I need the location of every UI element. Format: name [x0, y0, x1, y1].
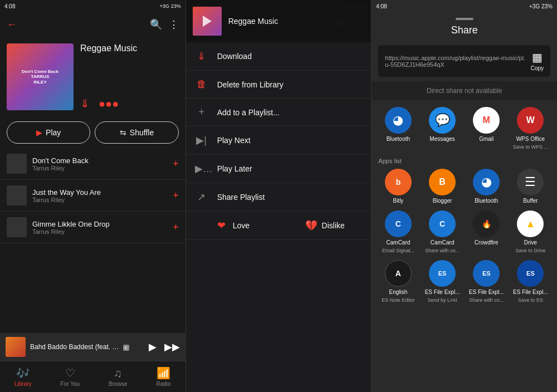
share-title: Share [451, 24, 478, 36]
download-icon-1[interactable]: ⇓ [80, 97, 90, 110]
apps-list-row3: A English ES Note Editor ES ES File Expl… [372, 257, 557, 306]
back-button-1[interactable]: ← [7, 19, 17, 31]
context-header: Reggae Music [186, 0, 372, 42]
share-app-bitly[interactable]: b Bitly [378, 169, 418, 204]
track-add-1[interactable]: + [173, 158, 179, 170]
play-next-icon: ▶| [195, 134, 208, 146]
shuffle-icon-1: ⇆ [120, 128, 126, 137]
share-app-es3[interactable]: ES ES File Expl... Save to ES [511, 260, 550, 303]
camcard1-icon: C [385, 210, 412, 237]
browse-label: Browse [109, 381, 127, 387]
shuffle-button-1[interactable]: ⇆ Shuffle [95, 121, 178, 144]
es1-label: ES File Expl... [425, 289, 460, 295]
share-app-drive[interactable]: ▲ Drive Save to Drive [511, 210, 550, 253]
camcard1-label: CamCard [387, 239, 411, 246]
share-app-crowdfire[interactable]: 🔥 Crowdfire [467, 210, 506, 253]
play-label-1: Play [46, 128, 61, 137]
status-bar-1: 4:08 +3G 23% [0, 0, 185, 12]
play-next-label: Play Next [217, 136, 251, 145]
menu-add-playlist[interactable]: + Add to a Playlist... [186, 99, 372, 126]
track-item-2[interactable]: Just the Way You Are Tarrus Riley + [0, 180, 185, 212]
share-app-bluetooth-list[interactable]: ◕ Bluetooth [467, 169, 506, 204]
track-artist-3: Tarrus Riley [32, 228, 173, 235]
apps-list-label: Apps list [372, 154, 557, 165]
player-thumb-1 [6, 337, 26, 357]
gmail-label: Gmail [479, 136, 494, 142]
menu-play-next[interactable]: ▶| Play Next [186, 126, 372, 155]
context-art [193, 7, 222, 36]
love-icon: ❤ [215, 219, 228, 232]
bluetooth-list-label: Bluetooth [475, 198, 498, 204]
menu-play-later[interactable]: ▶… Play Later [186, 155, 372, 183]
track-artist-1: Tarrus Riley [32, 165, 173, 171]
camcard2-sublabel: Share with co... [425, 248, 460, 253]
track-item-3[interactable]: Gimme Likkle One Drop Tarrus Riley + [0, 212, 185, 243]
direct-share-notice: Direct share not available [372, 81, 557, 100]
bluetooth-top-label: Bluetooth [387, 136, 410, 142]
nav-browse[interactable]: ♫ Browse [109, 367, 127, 387]
panel-main: 4:08 +3G 23% ← 🔍 ⋮ Don't Come BackTARRUS… [0, 0, 186, 392]
apps-list-row1: b Bitly B Blogger ◕ Bluetooth ☰ Buffer [372, 165, 557, 207]
es1-sublabel: Send by LAN [428, 297, 457, 303]
menu-download[interactable]: ⇓ Download [186, 42, 372, 71]
status-time: 4:08 [4, 3, 15, 9]
album-art-text: Don't Come BackTARRUSRILEY [22, 69, 58, 85]
camcard2-icon: C [429, 210, 456, 237]
add-playlist-label: Add to a Playlist... [217, 108, 280, 117]
bitly-icon: b [385, 169, 412, 195]
love-btn[interactable]: ❤ Love [186, 212, 278, 239]
share-app-camcard2[interactable]: C CamCard Share with co... [423, 210, 462, 253]
search-icon-1[interactable]: 🔍 [150, 18, 162, 31]
library-label: Library [14, 381, 32, 387]
bluetooth-top-icon: ◕ [385, 107, 412, 134]
share-app-messages[interactable]: 💬 Messages [423, 107, 462, 150]
english-icon: A [385, 260, 412, 287]
menu-share[interactable]: ↗ Share Playlist [186, 183, 372, 212]
explicit-badge: E [123, 345, 129, 351]
browse-icon: ♫ [114, 367, 122, 380]
track-info-2: Just the Way You Are Tarrus Riley [32, 188, 173, 203]
love-dislike-row: ❤ Love 💔 Dislike [186, 212, 372, 240]
track-item-1[interactable]: Don't Come Back Tarrus Riley + [0, 148, 185, 180]
album-info-1: Reggae Music ⇓ ●●● [80, 43, 179, 110]
album-actions: ⇓ ●●● [80, 97, 179, 110]
share-app-buffer[interactable]: ☰ Buffer [511, 169, 550, 204]
share-app-camcard1[interactable]: C CamCard Email Signat... [378, 210, 418, 253]
player-play-ctrl[interactable]: ▶ [149, 341, 157, 353]
player-ff-ctrl[interactable]: ▶▶ [164, 341, 180, 353]
love-label: Love [233, 221, 250, 230]
share-app-gmail[interactable]: M Gmail [467, 107, 506, 150]
menu-delete[interactable]: 🗑 Delete from Library [186, 71, 372, 99]
play-button-1[interactable]: ▶ Play [7, 121, 90, 144]
dislike-btn[interactable]: 💔 Dislike [278, 212, 371, 239]
share-top-apps: ◕ Bluetooth 💬 Messages M Gmail W WPS Off… [372, 102, 557, 154]
track-thumb-2 [7, 185, 27, 205]
more-icon-1[interactable]: ⋮ [169, 18, 179, 31]
copy-button[interactable]: ▦ Copy [531, 51, 544, 71]
nav-library[interactable]: 🎶 Library [14, 366, 32, 387]
blogger-label: Blogger [433, 198, 452, 204]
share-app-english[interactable]: A English ES Note Editor [378, 260, 418, 303]
status-right-1: +3G 23% [159, 3, 180, 9]
buffer-label: Buffer [523, 198, 538, 204]
share-app-blogger[interactable]: B Blogger [423, 169, 462, 204]
track-add-2[interactable]: + [173, 190, 179, 202]
library-icon: 🎶 [16, 366, 30, 380]
track-artist-2: Tarrus Riley [32, 197, 173, 203]
dislike-label: Dislike [322, 221, 345, 230]
es2-icon: ES [473, 260, 500, 287]
more-options-1[interactable]: ●●● [99, 97, 119, 110]
nav-radio[interactable]: 📶 Radio [156, 366, 170, 387]
nav-for-you[interactable]: ♡ For You [61, 366, 80, 387]
share-app-es2[interactable]: ES ES File Expl... Share with co... [467, 260, 506, 303]
drive-label: Drive [524, 239, 537, 246]
share-url-row: https://music.apple.com/ug/playlist/regg… [378, 45, 550, 77]
track-add-3[interactable]: + [173, 222, 179, 233]
play-overlay [193, 7, 222, 36]
share-app-bluetooth-top[interactable]: ◕ Bluetooth [378, 107, 418, 150]
shuffle-label-1: Shuffle [130, 128, 154, 137]
track-info-1: Don't Come Back Tarrus Riley [32, 156, 173, 171]
dislike-icon: 💔 [305, 219, 317, 232]
share-app-wps[interactable]: W WPS Office Save to WPS ... [511, 107, 550, 150]
share-app-es1[interactable]: ES ES File Expl... Send by LAN [423, 260, 462, 303]
